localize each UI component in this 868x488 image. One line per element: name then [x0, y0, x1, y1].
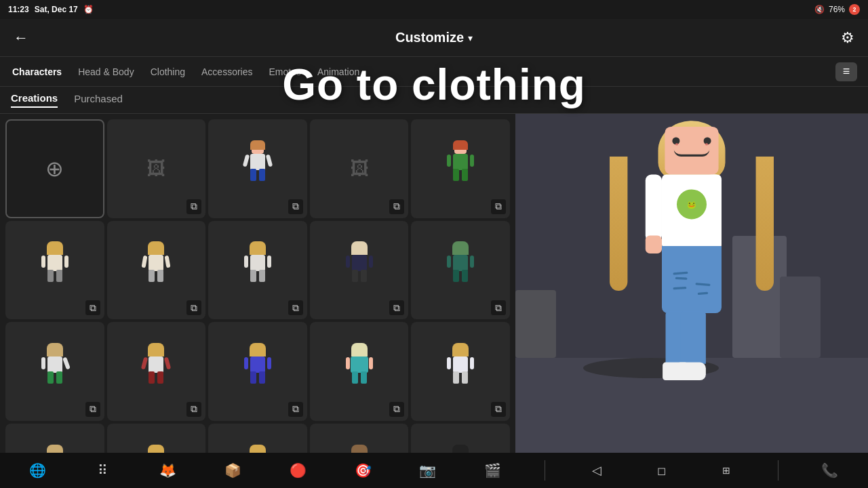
char-slot-empty-2[interactable]: 🖼 ⧉ — [310, 119, 409, 218]
pants-rips — [669, 261, 714, 306]
char-slot-14[interactable]: ⧉ — [310, 322, 409, 421]
add-character-button[interactable]: ⊕ — [5, 119, 104, 218]
status-bar: 11:23 Sat, Dec 17 ⏰ 🔇 76% 2 — [0, 0, 868, 19]
sub-tab-purchased[interactable]: Purchased — [74, 93, 123, 107]
character-figure — [440, 243, 481, 297]
hair-right — [756, 157, 774, 291]
char-slot-8[interactable]: ⧉ — [208, 221, 307, 320]
character-preview: 🐸 — [617, 127, 766, 440]
character-figure — [35, 446, 75, 453]
character-figure — [237, 142, 278, 196]
app-container: ← Customize ▾ ⚙ Characters Head & Body C… — [0, 19, 868, 453]
sub-tab-creations[interactable]: Creations — [11, 92, 58, 108]
char-slot-10[interactable]: ⧉ — [411, 221, 510, 320]
copy-icon: ⧉ — [288, 199, 303, 214]
char-slot-17[interactable]: ⧉ — [107, 424, 206, 453]
settings-button[interactable]: ⚙ — [841, 29, 854, 47]
date: Sat, Dec 17 — [35, 5, 78, 14]
status-left: 11:23 Sat, Dec 17 ⏰ — [8, 5, 94, 14]
char-slot-13[interactable]: ⧉ — [208, 322, 307, 421]
nav-icon-camera[interactable]: 📷 — [414, 457, 441, 484]
back-button[interactable]: ← — [14, 29, 28, 47]
copy-icon: ⧉ — [288, 300, 303, 315]
copy-icon: ⧉ — [85, 402, 100, 417]
shirt-graphic: 🐸 — [677, 189, 707, 219]
copy-icon: ⧉ — [389, 300, 404, 315]
char-slot-12[interactable]: ⧉ — [107, 322, 206, 421]
tab-emotes[interactable]: Emotes — [268, 66, 302, 77]
tab-head-body[interactable]: Head & Body — [77, 66, 136, 77]
nav-icon-flipboard[interactable]: 🎯 — [349, 457, 376, 484]
char-slot-empty-1[interactable]: 🖼 ⧉ — [107, 119, 206, 218]
header: ← Customize ▾ ⚙ — [0, 19, 868, 57]
hair-left — [610, 157, 627, 291]
character-figure — [440, 344, 481, 399]
char-slot-3[interactable]: ⧉ — [208, 119, 307, 218]
battery-icon: 76% — [829, 5, 845, 14]
character-figure — [237, 243, 278, 297]
char-slot-5[interactable]: ⧉ — [411, 119, 510, 218]
char-slot-9[interactable]: ⧉ — [310, 221, 409, 320]
copy-icon: ⧉ — [186, 199, 201, 214]
nav-divider — [545, 460, 545, 481]
mute-icon: 🔇 — [814, 5, 825, 14]
nav-icon-home[interactable]: ◻ — [648, 457, 675, 484]
char-slot-11[interactable]: ⧉ — [5, 322, 104, 421]
image-placeholder-icon: 🖼 — [146, 157, 165, 180]
nav-icon-apps[interactable]: ⠿ — [90, 457, 117, 484]
character-figure — [339, 243, 380, 297]
char-slot-20[interactable]: ⧉ — [411, 424, 510, 453]
character-figure — [136, 344, 176, 399]
tab-animation[interactable]: Animation — [316, 66, 361, 77]
copy-icon: ⧉ — [491, 300, 506, 315]
character-figure — [237, 446, 278, 453]
status-right: 🔇 76% 2 — [814, 4, 860, 15]
nav-icon-package[interactable]: 📦 — [219, 457, 246, 484]
header-title-area: Customize ▾ — [395, 30, 473, 45]
head — [665, 127, 718, 174]
copy-icon: ⧉ — [389, 199, 404, 214]
char-slot-15[interactable]: ⧉ — [411, 322, 510, 421]
nav-icon-red[interactable]: 🔴 — [284, 457, 311, 484]
char-slot-7[interactable]: ⧉ — [107, 221, 206, 320]
nav-icon-phone[interactable]: 📞 — [816, 457, 844, 484]
time: 11:23 — [8, 5, 29, 14]
copy-icon: ⧉ — [186, 402, 201, 417]
nav-icon-video[interactable]: 🎬 — [479, 457, 507, 484]
grid-panel: ⊕ 🖼 ⧉ — [0, 114, 515, 453]
copy-icon: ⧉ — [288, 402, 303, 417]
nav-icon-firefox[interactable]: 🦊 — [155, 457, 182, 484]
content-area: ⊕ 🖼 ⧉ — [0, 114, 868, 453]
bottom-nav-bar: 🌐 ⠿ 🦊 📦 🔴 🎯 📷 🎬 ◁ ◻ ⊞ 📞 — [0, 453, 868, 488]
svg-rect-3 — [780, 277, 821, 358]
tab-characters[interactable]: Characters — [11, 66, 63, 77]
character-figure — [440, 446, 481, 453]
nav-icon-globe[interactable]: 🌐 — [24, 457, 52, 484]
tab-clothing[interactable]: Clothing — [149, 66, 186, 77]
filter-button[interactable]: ≡ — [835, 62, 857, 81]
arm-left — [646, 174, 662, 241]
character-figure — [136, 446, 176, 453]
copy-icon: ⧉ — [85, 300, 100, 315]
character-figure — [237, 344, 278, 399]
image-placeholder-icon-2: 🖼 — [350, 157, 369, 180]
character-figure — [339, 344, 380, 399]
header-title: Customize — [395, 30, 464, 45]
character-figure — [440, 142, 481, 196]
char-slot-6[interactable]: ⧉ — [5, 221, 104, 320]
char-slot-18[interactable]: ⧉ — [208, 424, 307, 453]
nav-icon-recent[interactable]: ⊞ — [713, 457, 740, 484]
dropdown-arrow-icon[interactable]: ▾ — [468, 33, 473, 43]
tab-accessories[interactable]: Accessories — [200, 66, 254, 77]
copy-icon: ⧉ — [389, 402, 404, 417]
char-slot-16[interactable]: ⧉ — [5, 424, 104, 453]
plus-icon: ⊕ — [45, 158, 64, 180]
body: 🐸 — [662, 174, 722, 249]
nav-icon-back[interactable]: ◁ — [583, 457, 610, 484]
char-slot-19[interactable]: ⧉ — [310, 424, 409, 453]
sub-tabs: Creations Purchased — [0, 87, 868, 114]
pants — [662, 246, 722, 313]
alarm-icon: ⏰ — [83, 5, 94, 14]
characters-grid: ⊕ 🖼 ⧉ — [3, 117, 513, 453]
svg-rect-4 — [515, 290, 556, 358]
